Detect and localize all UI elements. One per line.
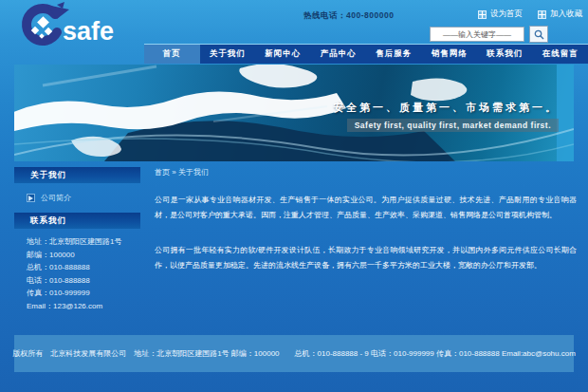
add-favorite-label: 加入收藏 [550,9,582,20]
nav-item-service[interactable]: 售后服务 [366,45,422,64]
main-content: 首页 » 关于我们 公司是一家从事专业音响器材开发、生产销售于一体的实业公司。为… [155,167,577,293]
nav-item-about[interactable]: 关于我们 [200,45,256,64]
hotline-label: 热线电话： [303,10,346,20]
nav-item-contact[interactable]: 联系我们 [477,45,533,64]
nav-item-news[interactable]: 新闻中心 [255,45,311,64]
company-logo[interactable]: safe [15,2,131,53]
sidebar-item-company-profile[interactable]: 公司简介 [14,183,140,213]
banner: 安全第一、质量第一、市场需求第一。 Safety first, quality … [14,65,574,161]
company-intro-paragraph-1: 公司是一家从事专业音响器材开发、生产销售于一体的实业公司。为用户提供质量过硬、技… [155,193,577,223]
nav-item-products[interactable]: 产品中心 [311,45,367,64]
breadcrumb-current: 关于我们 [178,168,209,177]
nav-item-network[interactable]: 销售网络 [422,45,478,64]
add-favorite-link[interactable]: 加入收藏 [538,9,582,20]
contact-address: 地址：北京朝阳区建国路1号 [27,235,140,249]
page: safe 热线电话：400-800000 设为首页 加入收藏 [0,0,588,392]
arrow-right-icon [27,194,35,202]
footer: 版权所有 北京科技发展有限公司 地址：北京朝阳区建国路1号 邮编：100000 … [14,335,574,372]
search-input[interactable] [430,27,524,42]
main-nav: 首页 关于我们 新闻中心 产品中心 售后服务 销售网络 联系我们 在线留言 [144,44,588,64]
set-home-link[interactable]: 设为首页 [478,9,523,20]
contact-email: Email：123@126.com [27,300,140,313]
breadcrumb: 首页 » 关于我们 [155,167,577,177]
contact-fax: 传真：010-999999 [27,287,140,300]
set-home-label: 设为首页 [490,9,523,20]
logo-text: safe [63,17,114,46]
hotline: 热线电话：400-800000 [303,10,394,22]
banner-slogan-cn: 安全第一、质量第一、市场需求第一。 [333,101,559,115]
search-bar [430,26,548,43]
contact-phone: 电话：010-888888 [27,274,140,288]
sidebar: 关于我们 公司简介 联系我们 地址：北京朝阳区建国路1号 邮编：100000 总… [14,167,140,312]
banner-slogan-en: Safety first, quality first, market dema… [347,119,559,132]
sidebar-about-title: 关于我们 [14,167,140,183]
nav-item-message[interactable]: 在线留言 [533,45,588,64]
company-intro-paragraph-2: 公司拥有一批年轻有实力的软/硬件开发设计队伍，长期致力于专业音响领域研究开发，并… [155,243,577,273]
contact-zipcode: 邮编：100000 [27,249,140,262]
copyright-text: 版权所有 北京科技发展有限公司 地址：北京朝阳区建国路1号 邮编：100000 … [12,348,576,359]
contact-switchboard: 总机：010-888888 [27,261,140,274]
sidebar-item-label: 公司简介 [41,193,71,203]
plus-icon [478,10,487,19]
breadcrumb-home[interactable]: 首页 [155,168,170,177]
hotline-number: 400-800000 [346,10,394,20]
breadcrumb-separator: » [172,168,175,177]
magnifier-icon [534,29,544,40]
search-button[interactable] [529,26,548,43]
sidebar-contact-title: 联系我们 [14,213,140,229]
plus-icon [538,10,546,19]
quick-links: 设为首页 加入收藏 [478,9,582,20]
nav-item-home[interactable]: 首页 [144,45,200,64]
sidebar-contact-info: 地址：北京朝阳区建国路1号 邮编：100000 总机：010-888888 电话… [14,229,140,312]
